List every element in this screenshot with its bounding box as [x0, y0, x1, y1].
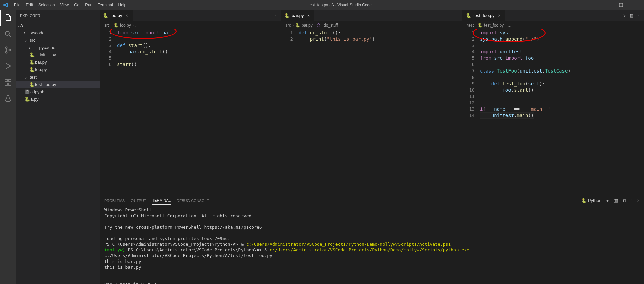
tab-overflow-icon[interactable]: ··· [270, 13, 281, 18]
menu-terminal[interactable]: Terminal [95, 3, 115, 7]
code-editor[interactable]: 123456 from src import bar def start(): … [100, 29, 281, 195]
chevron-right-icon: › [24, 30, 30, 35]
tab-overflow-icon[interactable]: ··· [637, 13, 640, 18]
panel: Problems Output Terminal Debug Console 🐍… [100, 195, 644, 284]
explorer-more-icon[interactable]: ··· [93, 14, 96, 18]
terminal-line: Try the new cross-platform PowerShell ht… [104, 224, 639, 230]
activity-run-debug-icon[interactable] [0, 58, 16, 74]
python-file-icon: 🐍 [295, 23, 300, 28]
menu-edit[interactable]: Edit [23, 3, 36, 7]
tabs: 🐍 test_foo.py × ▷ ▥ ··· [463, 10, 644, 21]
activity-search-icon[interactable] [0, 26, 16, 42]
chevron-down-icon: ⌄ [17, 23, 20, 28]
code-content[interactable]: from src import bar def start(): bar.do_… [117, 29, 264, 195]
split-editor-icon[interactable]: ▥ [629, 13, 633, 18]
tree-folder-src[interactable]: ⌄src [16, 36, 100, 44]
tree-file-a-ipynb[interactable]: 📓a.ipynb [16, 88, 100, 95]
close-panel-icon[interactable]: × [637, 198, 639, 203]
terminal-output[interactable]: Windows PowerShell Copyright (C) Microso… [100, 206, 644, 284]
minimize-button[interactable] [598, 0, 613, 10]
terminal-line: Ran 1 test in 0.001s [104, 281, 639, 284]
code-editor[interactable]: 1234567891011121314 import sys sys.path.… [463, 29, 644, 195]
terminal-line: Windows PowerShell [104, 207, 639, 213]
python-file-icon: 🐍 [29, 82, 35, 87]
minimap[interactable] [627, 29, 644, 195]
python-file-icon: 🐍 [29, 52, 35, 57]
activity-extensions-icon[interactable] [0, 74, 16, 90]
split-terminal-icon[interactable]: ▥ [614, 198, 618, 203]
code-content[interactable]: def do_stuff(): print("this is bar.py") [299, 29, 445, 195]
svg-rect-1 [619, 3, 623, 7]
close-icon[interactable]: × [306, 13, 311, 18]
panel-tab-debug-console[interactable]: Debug Console [177, 197, 209, 205]
activity-explorer-icon[interactable] [0, 10, 16, 26]
editor-group-3: 🐍 test_foo.py × ▷ ▥ ··· test› 🐍test_foo.… [463, 10, 644, 195]
maximize-panel-icon[interactable]: ˄ [630, 198, 633, 203]
tree-file-test-foo[interactable]: 🐍test_foo.py [16, 81, 100, 88]
menu-go[interactable]: Go [71, 3, 82, 7]
terminal-shell-label[interactable]: 🐍 Python [581, 198, 601, 203]
tab-foo[interactable]: 🐍 foo.py × [100, 10, 133, 21]
python-file-icon: 🐍 [24, 97, 30, 102]
minimap[interactable] [264, 29, 281, 195]
terminal-line: this is bar.py [104, 258, 639, 264]
activity-testing-icon[interactable] [0, 90, 16, 106]
line-gutter: 12 [281, 29, 299, 195]
symbol-method-icon: ⬡ [317, 23, 320, 28]
menu-file[interactable]: File [11, 3, 23, 7]
close-icon[interactable]: × [124, 13, 129, 18]
maximize-button[interactable] [613, 0, 629, 10]
panel-tab-output[interactable]: Output [131, 197, 146, 205]
menu-run[interactable]: Run [82, 3, 95, 7]
tree-file-init[interactable]: 🐍__init__.py [16, 51, 100, 58]
run-file-icon[interactable]: ▷ [623, 13, 626, 18]
terminal-line: (mollyw) PS C:\Users\Administrator\VSCod… [104, 247, 639, 258]
tab-bar[interactable]: 🐍 bar.py × [281, 10, 314, 21]
python-file-icon: 🐍 [103, 13, 108, 18]
explorer-sidebar: Explorer ··· ⌄ A ›.vscode ⌄src ›__pycach… [16, 10, 100, 284]
terminal-line: Copyright (C) Microsoft Corporation. All… [104, 213, 639, 219]
tabs: 🐍 foo.py × ··· [100, 10, 281, 21]
tree-file-a-py[interactable]: 🐍a.py [16, 95, 100, 103]
panel-tab-terminal[interactable]: Terminal [152, 196, 171, 205]
breadcrumb[interactable]: src› 🐍foo.py› ... [100, 21, 281, 29]
tree-folder-test[interactable]: ⌄test [16, 73, 100, 81]
code-content[interactable]: import sys sys.path.append("./") import … [480, 29, 627, 195]
breadcrumb[interactable]: test› 🐍test_foo.py› ... [463, 21, 644, 29]
svg-rect-6 [5, 79, 7, 82]
close-button[interactable] [629, 0, 644, 10]
panel-tab-problems[interactable]: Problems [104, 197, 125, 205]
tree-folder-pycache[interactable]: ›__pycache__ [16, 44, 100, 51]
menu-view[interactable]: View [57, 3, 71, 7]
svg-point-4 [6, 52, 7, 53]
tab-test-foo[interactable]: 🐍 test_foo.py × [463, 10, 505, 21]
svg-rect-7 [9, 79, 11, 82]
svg-rect-0 [604, 5, 607, 5]
folder-root[interactable]: ⌄ A [16, 21, 100, 29]
panel-tabs: Problems Output Terminal Debug Console 🐍… [100, 195, 644, 206]
vscode-logo-icon [0, 2, 11, 8]
terminal-line: . [104, 270, 639, 276]
menu-selection[interactable]: Selection [36, 3, 57, 7]
menu-bar: File Edit Selection View Go Run Terminal… [11, 3, 129, 7]
close-icon[interactable]: × [497, 13, 502, 18]
tree-file-foo[interactable]: 🐍foo.py [16, 66, 100, 73]
kill-terminal-icon[interactable]: 🗑 [622, 198, 626, 203]
terminal-line: PS C:\Users\Administrator\VSCode_Project… [104, 241, 639, 247]
python-file-icon: 🐍 [114, 23, 119, 28]
title-bar: File Edit Selection View Go Run Terminal… [0, 0, 644, 10]
tabs: 🐍 bar.py × ··· [281, 10, 462, 21]
minimap[interactable] [445, 29, 462, 195]
terminal-line: Loading personal and system profiles too… [104, 236, 639, 241]
new-terminal-icon[interactable]: ＋ [605, 198, 610, 204]
code-editor[interactable]: 12 def do_stuff(): print("this is bar.py… [281, 29, 462, 195]
breadcrumb[interactable]: src› 🐍bar.py› ⬡ do_stuff [281, 21, 462, 29]
tree-file-bar[interactable]: 🐍bar.py [16, 58, 100, 66]
tree-folder-vscode[interactable]: ›.vscode [16, 29, 100, 36]
activity-source-control-icon[interactable] [0, 42, 16, 58]
terminal-line: this is bar.py [104, 264, 639, 270]
tab-overflow-icon[interactable]: ··· [452, 13, 462, 18]
svg-point-2 [5, 31, 9, 35]
line-gutter: 123456 [100, 29, 117, 195]
menu-help[interactable]: Help [116, 3, 129, 7]
